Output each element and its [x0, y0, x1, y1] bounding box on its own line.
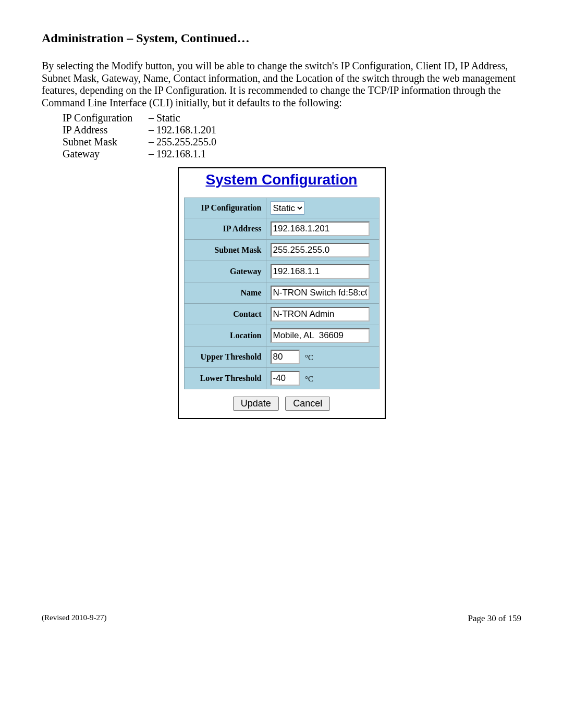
- field-label-contact: Contact: [184, 304, 266, 325]
- field-label-ip-configuration: IP Configuration: [184, 198, 266, 218]
- subnet-mask-input[interactable]: [271, 243, 370, 257]
- page-footer: (Revised 2010-9-27) Page 30 of 159: [42, 613, 521, 624]
- ip-configuration-select[interactable]: Static: [271, 201, 304, 215]
- defaults-row: IP Address – 192.168.1.201: [63, 124, 521, 136]
- location-input[interactable]: [271, 328, 370, 343]
- defaults-value: – Static: [149, 112, 180, 124]
- lower-threshold-input[interactable]: [271, 371, 300, 386]
- field-label-gateway: Gateway: [184, 261, 266, 282]
- defaults-row: Subnet Mask – 255.255.255.0: [63, 136, 521, 148]
- field-label-location: Location: [184, 325, 266, 347]
- contact-input[interactable]: [271, 307, 370, 322]
- ip-address-input[interactable]: [271, 221, 370, 236]
- defaults-row: IP Configuration – Static: [63, 112, 521, 124]
- field-label-ip-address: IP Address: [184, 218, 266, 240]
- defaults-label: IP Configuration: [63, 112, 146, 124]
- system-config-panel: System Configuration IP Configuration St…: [178, 167, 386, 419]
- upper-threshold-input[interactable]: [271, 350, 300, 364]
- defaults-label: Gateway: [63, 148, 146, 160]
- name-input[interactable]: [271, 286, 370, 300]
- unit-label: °C: [305, 353, 313, 362]
- config-form-table: IP Configuration Static IP Address Subne…: [184, 198, 380, 389]
- panel-title: System Configuration: [184, 171, 380, 188]
- defaults-value: – 192.168.1.201: [149, 124, 216, 135]
- field-label-upper-threshold: Upper Threshold: [184, 347, 266, 368]
- defaults-value: – 192.168.1.1: [149, 148, 206, 159]
- field-label-subnet-mask: Subnet Mask: [184, 240, 266, 261]
- intro-paragraph: By selecting the Modify button, you will…: [42, 60, 521, 109]
- defaults-label: IP Address: [63, 124, 146, 136]
- revised-date: (Revised 2010-9-27): [42, 613, 107, 624]
- cancel-button[interactable]: Cancel: [285, 397, 330, 411]
- field-label-lower-threshold: Lower Threshold: [184, 368, 266, 389]
- defaults-row: Gateway – 192.168.1.1: [63, 148, 521, 160]
- page-number: Page 30 of 159: [468, 613, 521, 624]
- defaults-label: Subnet Mask: [63, 136, 146, 148]
- defaults-list: IP Configuration – Static IP Address – 1…: [63, 112, 521, 160]
- defaults-value: – 255.255.255.0: [149, 136, 216, 147]
- gateway-input[interactable]: [271, 264, 370, 279]
- update-button[interactable]: Update: [233, 397, 279, 411]
- section-heading: Administration – System, Continued…: [42, 31, 521, 45]
- field-label-name: Name: [184, 282, 266, 304]
- unit-label: °C: [305, 375, 313, 383]
